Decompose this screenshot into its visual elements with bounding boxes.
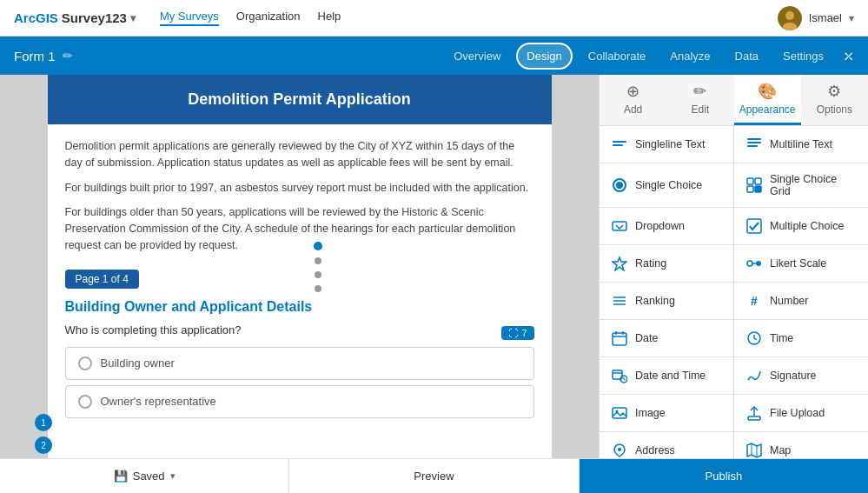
tool-multiline-text[interactable]: Multiline Text	[734, 126, 868, 163]
tool-number-label: Number	[770, 295, 808, 307]
nav-design[interactable]: Design	[516, 43, 572, 70]
tool-likert-scale[interactable]: Likert Scale	[734, 245, 868, 282]
tool-address-label: Address	[635, 444, 675, 456]
time-icon	[745, 330, 763, 347]
nav-data[interactable]: Data	[726, 44, 767, 68]
tab-options-label: Options	[817, 103, 852, 116]
svg-rect-15	[747, 219, 761, 233]
svg-rect-11	[755, 178, 761, 184]
logo-arcgis: ArcGIS	[14, 10, 58, 25]
scroll-dot-1	[315, 257, 321, 264]
section-title: Building Owner and Applicant Details	[65, 299, 534, 315]
nav-analyze[interactable]: Analyze	[661, 44, 719, 68]
tab-add[interactable]: ⊕ Add	[600, 75, 666, 125]
edit-icon: ✏	[693, 82, 706, 101]
rating-icon	[611, 255, 628, 272]
survey-desc-2: For buildings built prior to 1997, an as…	[65, 180, 534, 197]
nav-overview[interactable]: Overview	[445, 44, 509, 68]
form-nav: Overview Design Collaborate Analyze Data…	[445, 43, 854, 70]
tool-address[interactable]: Address	[600, 432, 733, 458]
nav-help[interactable]: Help	[318, 10, 341, 26]
bottom-bar: 💾 Saved ▾ Preview Publish	[0, 458, 868, 493]
saved-button[interactable]: 💾 Saved ▾	[0, 459, 289, 493]
tool-single-choice-label: Single Choice	[635, 179, 702, 191]
image-icon	[611, 404, 628, 422]
add-icon: ⊕	[626, 82, 639, 101]
svg-line-29	[754, 338, 757, 340]
tool-file-upload-label: File Upload	[770, 407, 825, 419]
tool-likert-scale-label: Likert Scale	[770, 257, 826, 270]
tab-appearance[interactable]: 🎨 Appearance	[734, 75, 801, 125]
right-panel: ⊕ Add ✏ Edit 🎨 Appearance ⚙ Options	[599, 75, 868, 458]
page-indicator: Page 1 of 4	[65, 270, 139, 289]
avatar	[778, 6, 802, 30]
nav-collaborate[interactable]: Collaborate	[580, 44, 655, 68]
tool-multiple-choice[interactable]: Multiple Choice	[734, 208, 868, 244]
saved-dropdown-icon[interactable]: ▾	[170, 470, 176, 482]
survey-body: Demolition permit applications are gener…	[48, 124, 552, 437]
share-icon[interactable]: ⤫	[843, 48, 854, 64]
tool-date-label: Date	[635, 332, 658, 344]
tool-single-choice[interactable]: Single Choice	[600, 163, 733, 207]
page-number-1: 1	[35, 414, 52, 431]
tool-signature[interactable]: Signature	[734, 357, 868, 394]
survey-container: Demolition Permit Application Demolition…	[48, 75, 552, 458]
tool-time-label: Time	[770, 332, 793, 344]
svg-line-34	[624, 379, 626, 380]
form-header: Form 1 ✏ Overview Design Collaborate Ana…	[0, 37, 868, 75]
radio-label-2: Owner's representative	[101, 395, 216, 408]
tool-single-choice-grid[interactable]: Single Choice Grid	[734, 163, 868, 207]
app-logo: ArcGIS Survey123 ▾	[14, 10, 136, 25]
preview-button[interactable]: Preview	[289, 459, 579, 493]
tool-map-label: Map	[770, 444, 791, 456]
tool-file-upload[interactable]: File Upload	[734, 395, 868, 431]
edit-title-icon[interactable]: ✏	[63, 49, 73, 63]
nav-settings[interactable]: Settings	[774, 44, 832, 68]
panel-tabs: ⊕ Add ✏ Edit 🎨 Appearance ⚙ Options	[600, 75, 868, 126]
svg-point-1	[785, 11, 794, 20]
tool-number[interactable]: # Number	[734, 283, 868, 319]
tool-singleline-text-label: Singleline Text	[635, 138, 705, 150]
tool-ranking[interactable]: Ranking	[600, 283, 733, 319]
nav-organization[interactable]: Organization	[236, 10, 301, 26]
badge-count: 7	[521, 328, 527, 338]
radio-circle-1	[78, 356, 92, 370]
tool-map[interactable]: Map	[734, 432, 868, 458]
tool-image[interactable]: Image	[600, 395, 733, 431]
tool-dropdown[interactable]: Dropdown	[600, 208, 733, 244]
tool-date[interactable]: Date	[600, 320, 733, 356]
tab-edit-label: Edit	[692, 103, 710, 116]
user-dropdown-icon[interactable]: ▾	[849, 12, 854, 24]
saved-icon: 💾	[114, 470, 128, 483]
badge-icon: ⛶	[508, 328, 518, 338]
nav-right-section: Ismael ▾	[778, 6, 854, 30]
publish-label: Publish	[706, 470, 743, 483]
dropdown-icon	[611, 217, 628, 235]
preview-label: Preview	[414, 470, 454, 483]
tool-multiple-choice-label: Multiple Choice	[770, 220, 844, 232]
radio-option-2[interactable]: Owner's representative	[65, 385, 534, 418]
tool-singleline-text[interactable]: Singleline Text	[600, 126, 733, 163]
user-name: Ismael	[809, 11, 842, 24]
single-choice-icon	[611, 177, 628, 194]
number-icon: #	[745, 292, 763, 310]
tool-rating[interactable]: Rating	[600, 245, 733, 282]
top-navigation: ArcGIS Survey123 ▾ My Surveys Organizati…	[0, 0, 868, 37]
single-choice-grid-icon	[745, 177, 763, 194]
tool-time[interactable]: Time	[734, 320, 868, 356]
nav-my-surveys[interactable]: My Surveys	[160, 10, 219, 26]
main-nav-links: My Surveys Organization Help	[160, 10, 341, 26]
publish-button[interactable]: Publish	[580, 459, 868, 493]
radio-option-1[interactable]: Building owner	[65, 347, 534, 380]
logo-dropdown-icon[interactable]: ▾	[130, 12, 136, 24]
tab-options[interactable]: ⚙ Options	[801, 75, 868, 125]
tool-date-and-time[interactable]: Date and Time	[600, 357, 733, 394]
tool-date-and-time-label: Date and Time	[635, 370, 706, 382]
page-number-2: 2	[35, 436, 52, 454]
tool-grid: Singleline Text Multiline Text Single Ch…	[600, 126, 868, 458]
svg-marker-16	[613, 257, 626, 270]
form-title-area: Form 1 ✏	[14, 49, 73, 63]
tab-edit[interactable]: ✏ Edit	[666, 75, 733, 125]
map-icon	[745, 442, 763, 458]
radio-circle-2	[78, 395, 92, 409]
